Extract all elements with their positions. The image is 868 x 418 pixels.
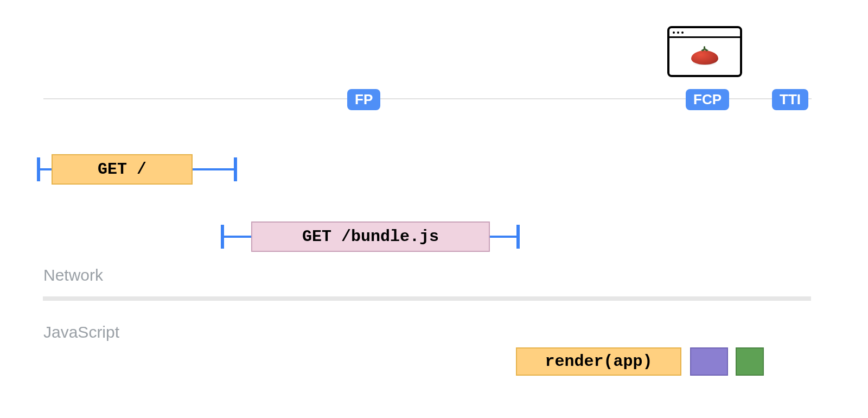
marker-label: FP — [355, 91, 373, 107]
browser-viewport — [669, 38, 740, 73]
marker-label: TTI — [780, 91, 801, 107]
network-request-get-root: GET / — [0, 154, 868, 185]
js-task-purple — [690, 347, 728, 376]
request-label: GET /bundle.js — [302, 227, 439, 246]
js-task-render-app: render(app) — [516, 347, 681, 376]
window-control-dot — [673, 31, 675, 34]
browser-chrome-bar — [669, 28, 740, 38]
network-request-get-bundle: GET /bundle.js — [0, 221, 868, 252]
marker-label: FCP — [693, 91, 722, 107]
request-box: GET /bundle.js — [251, 221, 490, 252]
request-whisker-cap-right — [234, 157, 237, 181]
request-label: GET / — [98, 160, 146, 179]
marker-fcp: FCP — [686, 89, 729, 110]
section-label-javascript: JavaScript — [43, 323, 119, 341]
browser-preview-window — [667, 26, 742, 77]
request-whisker-cap-left — [221, 225, 224, 249]
marker-tti: TTI — [772, 89, 808, 110]
request-whisker-cap-right — [516, 225, 520, 249]
tomato-icon — [691, 47, 718, 65]
rendering-timeline-diagram: FP FCP TTI GET / GET /bundle.js Network … — [0, 0, 868, 418]
window-control-dot — [677, 31, 679, 34]
js-task-label: render(app) — [545, 352, 652, 371]
js-task-green — [736, 347, 764, 376]
section-divider — [43, 296, 811, 301]
request-whisker-cap-left — [37, 157, 40, 181]
section-label-network: Network — [43, 266, 103, 284]
marker-fp: FP — [347, 89, 380, 110]
request-box: GET / — [52, 154, 193, 185]
window-control-dot — [681, 31, 684, 34]
